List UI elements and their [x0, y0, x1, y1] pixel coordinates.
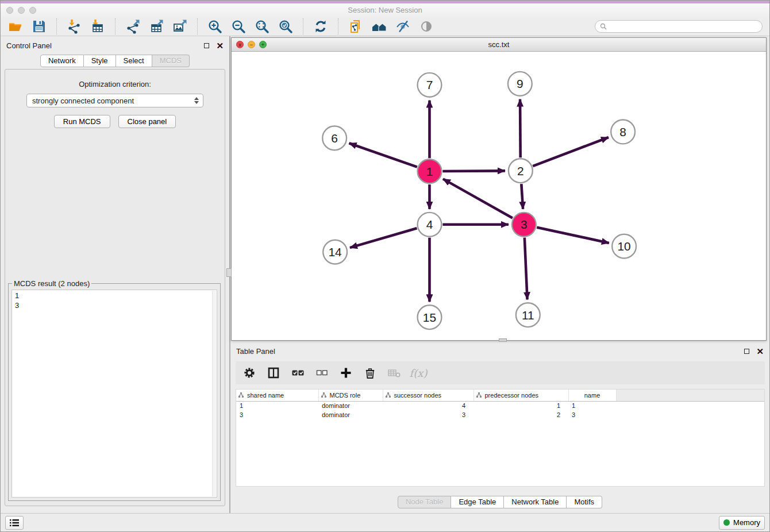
table-float-icon[interactable] — [744, 349, 749, 354]
zoom-in-icon[interactable] — [207, 19, 223, 34]
cell-predecessor-nodes[interactable]: 1 — [473, 401, 568, 410]
mcds-result-list[interactable]: 13 — [11, 290, 217, 498]
application-window: Session: New Session Control Panel ✕ Net… — [0, 0, 770, 532]
svg-text:6: 6 — [331, 132, 338, 145]
control-panel-header: Control Panel ✕ — [1, 36, 229, 55]
float-panel-icon[interactable] — [204, 43, 209, 48]
export-table-icon[interactable] — [148, 19, 164, 34]
node-3[interactable]: 3 — [512, 213, 536, 237]
tab-network[interactable]: Network — [40, 55, 84, 67]
columns-icon[interactable] — [267, 366, 280, 380]
edge-1-2[interactable] — [442, 171, 505, 171]
cell-name[interactable]: 1 — [568, 401, 616, 410]
column-header-successor-nodes[interactable]: successor nodes — [383, 390, 473, 401]
cell-name[interactable]: 3 — [568, 410, 616, 419]
close-panel-button[interactable]: Close panel — [118, 115, 176, 128]
mcds-result-legend: MCDS result (2 nodes) — [12, 279, 91, 288]
hide-details-icon[interactable] — [395, 19, 411, 34]
close-panel-icon[interactable]: ✕ — [216, 41, 224, 50]
node-6[interactable]: 6 — [322, 126, 346, 150]
cell-shared-name[interactable]: 1 — [236, 401, 318, 410]
task-history-button[interactable] — [5, 516, 24, 530]
duplicate-network-icon[interactable] — [348, 19, 364, 34]
export-network-icon[interactable] — [125, 19, 141, 34]
svg-text:1: 1 — [426, 165, 433, 178]
search-box[interactable] — [595, 20, 763, 33]
node-11[interactable]: 11 — [516, 303, 540, 327]
edge-1-6[interactable] — [349, 143, 417, 167]
network-window-titlebar[interactable]: x − + scc.txt — [232, 38, 766, 52]
column-header-MCDS-role[interactable]: MCDS role — [318, 390, 383, 401]
save-session-icon[interactable] — [31, 19, 47, 34]
criterion-select[interactable]: strongly connected component — [26, 94, 203, 107]
zoom-out-icon[interactable] — [230, 19, 247, 34]
run-mcds-button[interactable]: Run MCDS — [54, 115, 110, 128]
tab-mcds[interactable]: MCDS — [152, 55, 190, 67]
search-icon — [600, 23, 607, 30]
import-network-icon[interactable] — [66, 19, 82, 34]
node-table[interactable]: shared nameMCDS rolesuccessor nodesprede… — [236, 389, 765, 487]
svg-text:8: 8 — [619, 125, 626, 138]
tab-motifs[interactable]: Motifs — [567, 496, 602, 508]
gear-icon[interactable] — [242, 366, 256, 380]
zoom-fit-icon[interactable] — [254, 19, 270, 34]
network-canvas[interactable]: 7968124314101511 — [232, 52, 766, 340]
node-8[interactable]: 8 — [611, 120, 635, 144]
tab-network-table[interactable]: Network Table — [504, 496, 567, 508]
cell-filler — [616, 401, 764, 410]
tab-style[interactable]: Style — [84, 55, 116, 67]
splitter-handle[interactable] — [226, 268, 232, 277]
session-title: Session: New Session — [1, 6, 769, 14]
cell-shared-name[interactable]: 3 — [236, 410, 318, 419]
node-1[interactable]: 1 — [418, 159, 442, 183]
edge-3-11[interactable] — [525, 238, 528, 300]
mcds-result-box: MCDS result (2 nodes) 13 — [8, 283, 221, 501]
result-scrollbar[interactable] — [212, 291, 216, 496]
tab-select[interactable]: Select — [116, 55, 152, 67]
table-row[interactable]: 3dominator323 — [236, 410, 764, 419]
import-table-icon[interactable] — [90, 19, 106, 34]
cell-MCDS-role[interactable]: dominator — [318, 410, 383, 419]
cell-successor-nodes[interactable]: 4 — [383, 401, 473, 410]
column-header-shared-name[interactable]: shared name — [236, 390, 318, 401]
add-icon[interactable] — [339, 366, 353, 380]
open-session-icon[interactable] — [7, 19, 24, 34]
node-9[interactable]: 9 — [508, 72, 532, 96]
select-all-icon[interactable] — [291, 366, 305, 380]
node-10[interactable]: 10 — [612, 234, 636, 259]
node-2[interactable]: 2 — [509, 159, 533, 183]
node-15[interactable]: 15 — [418, 305, 442, 329]
search-input[interactable] — [610, 22, 757, 30]
home-icon[interactable] — [371, 19, 387, 34]
cell-MCDS-role[interactable]: dominator — [318, 401, 383, 410]
function-icon: f(x) — [411, 366, 425, 380]
node-7[interactable]: 7 — [418, 73, 442, 97]
svg-text:15: 15 — [423, 311, 436, 324]
node-4[interactable]: 4 — [418, 213, 442, 237]
cell-predecessor-nodes[interactable]: 2 — [473, 410, 568, 419]
network-graph[interactable]: 7968124314101511 — [232, 52, 766, 340]
column-header-name[interactable]: name — [568, 390, 616, 401]
tab-node-table[interactable]: Node Table — [398, 496, 452, 508]
export-image-icon[interactable] — [172, 19, 188, 34]
hierarchy-icon — [238, 392, 244, 399]
column-header-predecessor-nodes[interactable]: predecessor nodes — [473, 390, 568, 401]
select-stepper-icon — [192, 97, 201, 104]
refresh-layout-icon[interactable] — [313, 19, 329, 34]
svg-text:14: 14 — [329, 245, 342, 259]
edge-3-10[interactable] — [537, 228, 609, 243]
deselect-all-icon[interactable] — [315, 366, 329, 380]
edge-2-9[interactable] — [520, 99, 521, 158]
edge-3-1[interactable] — [443, 179, 513, 218]
edge-2-8[interactable] — [533, 137, 609, 166]
table-row[interactable]: 1dominator411 — [236, 401, 764, 410]
trash-icon[interactable] — [363, 366, 377, 380]
edge-2-3[interactable] — [521, 184, 523, 209]
table-close-icon[interactable]: ✕ — [756, 347, 764, 356]
edge-4-14[interactable] — [350, 228, 417, 248]
tab-edge-table[interactable]: Edge Table — [451, 496, 504, 508]
node-14[interactable]: 14 — [323, 240, 347, 264]
memory-button[interactable]: Memory — [719, 516, 765, 530]
zoom-selected-icon[interactable] — [278, 19, 294, 34]
cell-successor-nodes[interactable]: 3 — [383, 410, 473, 419]
